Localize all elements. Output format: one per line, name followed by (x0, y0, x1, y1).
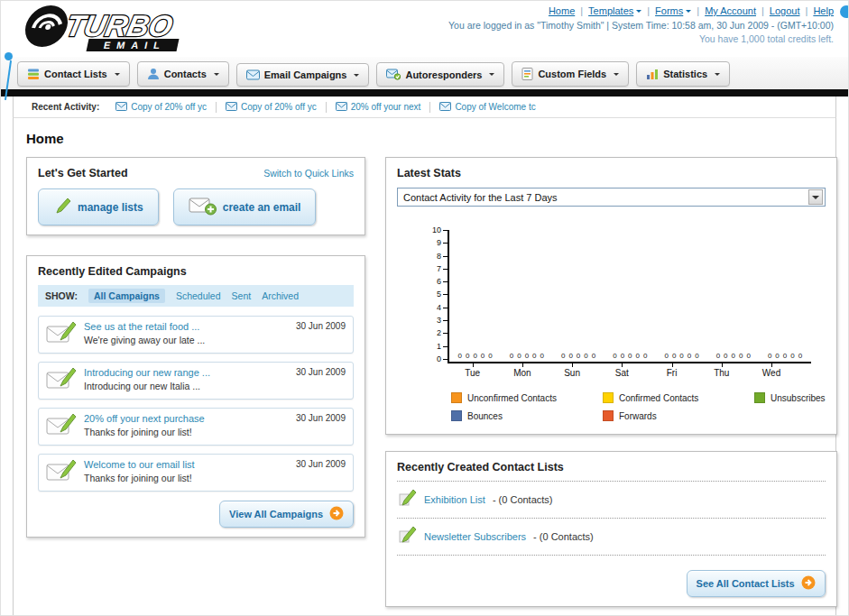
separator (697, 5, 699, 16)
bar-value-label: 0 (568, 352, 572, 360)
email-edit-icon (46, 413, 77, 440)
campaign-row[interactable]: See us at the retail food ... We're givi… (38, 316, 354, 354)
recent-activity-item[interactable]: Copy of 20% off yc (106, 102, 216, 113)
nav-custom-fields[interactable]: Custom Fields (512, 61, 629, 87)
campaign-filter-tabs: SHOW: All Campaigns Scheduled Sent Archi… (38, 285, 354, 307)
arrow-circle-icon (329, 506, 344, 522)
campaign-title-link[interactable]: See us at the retail food ... (84, 321, 289, 332)
credits-info: You have 1,000 total credits left. (448, 33, 834, 44)
link-help[interactable]: Help (813, 5, 834, 16)
legend-item: Confirmed Contacts (603, 392, 754, 403)
switch-quick-links-link[interactable]: Switch to Quick Links (263, 168, 354, 179)
nav-autoresponders[interactable]: Autoresponders (376, 62, 504, 87)
header-links: Home Templates Forms My Account Logout H… (448, 5, 834, 16)
campaign-subtitle: Thanks for joining our list! (84, 473, 289, 483)
recent-activity-item[interactable]: 20% off your next (326, 102, 430, 113)
tab-sent[interactable]: Sent (232, 290, 252, 301)
bar-value-label: 0 (636, 352, 640, 360)
show-label: SHOW: (45, 290, 78, 301)
campaign-subtitle: We're giving away our late ... (84, 335, 289, 345)
nav-contacts[interactable]: Contacts (137, 61, 229, 87)
tab-scheduled[interactable]: Scheduled (176, 290, 221, 301)
contact-list-count: - (0 Contacts) (533, 531, 594, 542)
chart-group: 00000 (501, 230, 552, 362)
separator (647, 5, 650, 16)
legend-swatch (603, 392, 614, 403)
chevron-down-icon (636, 10, 641, 15)
recent-activity-item[interactable]: Copy of 20% off yc (216, 102, 326, 113)
recent-activity-label: Recent Activity: (32, 102, 99, 112)
contact-list-link[interactable]: Exhibition List (424, 494, 485, 505)
latest-stats-title: Latest Stats (397, 167, 826, 179)
see-all-contact-lists-button[interactable]: See All Contact Lists (687, 570, 826, 597)
main-nav: Contact Lists Contacts Email Campaigns A… (1, 57, 848, 89)
link-forms[interactable]: Forms (655, 5, 691, 16)
x-axis-label: Thu (697, 363, 746, 378)
turbo-email-dashboard: TURBO EMAIL Home Templates Forms My Acco… (0, 0, 849, 616)
link-logout[interactable]: Logout (770, 5, 800, 16)
get-started-panel: Let's Get Started Switch to Quick Links … (26, 157, 365, 235)
campaign-title-link[interactable]: Introducing our new range ... (84, 367, 289, 378)
campaign-subtitle: Thanks for joining our list! (84, 427, 289, 437)
bar-value-label: 0 (628, 352, 632, 360)
campaign-row[interactable]: 20% off your next purchase Thanks for jo… (38, 408, 354, 446)
chevron-down-icon (614, 73, 619, 78)
bar-value-label: 0 (510, 352, 513, 360)
bar-value-label: 0 (775, 352, 779, 360)
custom-fields-icon (521, 68, 533, 80)
separator (761, 5, 764, 16)
legend-swatch (603, 410, 614, 421)
view-all-campaigns-button[interactable]: View All Campaigns (219, 501, 354, 528)
bar-value-label: 0 (643, 352, 647, 360)
chart-x-labels: TueMonSunSatFriThuWed (448, 363, 811, 378)
logo-text-email: EMAIL (103, 40, 168, 51)
contact-list-link[interactable]: Newsletter Subscribers (424, 531, 526, 542)
email-edit-icon (46, 367, 77, 394)
campaign-row[interactable]: Introducing our new range ... Introducin… (38, 362, 354, 400)
link-home[interactable]: Home (549, 5, 575, 16)
link-templates[interactable]: Templates (588, 5, 641, 16)
bar-value-label: 0 (724, 352, 727, 360)
y-axis-tick: 0 (426, 355, 448, 363)
email-edit-icon (46, 321, 77, 348)
campaign-title-link[interactable]: Welcome to our email list (84, 459, 289, 470)
nav-contact-lists[interactable]: Contact Lists (17, 61, 130, 87)
y-axis-tick: 6 (426, 278, 448, 286)
nav-statistics[interactable]: Statistics (636, 61, 730, 87)
activity-chart: 109876543210 000000000000000000000000000… (397, 230, 826, 378)
campaign-title-link[interactable]: 20% off your next purchase (84, 413, 289, 424)
campaign-row[interactable]: Welcome to our email list Thanks for joi… (38, 454, 354, 492)
bar-value-label: 0 (584, 352, 587, 360)
bar-value-label: 0 (525, 352, 529, 360)
tab-all-campaigns[interactable]: All Campaigns (88, 289, 165, 303)
nav-email-campaigns[interactable]: Email Campaigns (236, 63, 370, 87)
legend-item: Forwards (603, 410, 754, 421)
stats-period-select[interactable]: Contact Activity for the Last 7 Days (397, 188, 826, 207)
email-campaigns-icon (246, 69, 260, 80)
bar-value-label: 0 (561, 352, 565, 360)
create-email-button[interactable]: create an email (173, 188, 317, 225)
recent-activity-item[interactable]: Copy of Welcome tc (429, 102, 544, 113)
contact-list-row[interactable]: Newsletter Subscribers - (0 Contacts) (397, 519, 826, 556)
pencil-icon (53, 198, 71, 216)
chevron-down-icon (686, 10, 691, 15)
content-frame: Home Let's Get Started Switch to Quick L… (13, 118, 836, 616)
statistics-icon (646, 68, 659, 80)
separator (806, 5, 808, 16)
manage-lists-button[interactable]: manage lists (38, 188, 159, 225)
tab-archived[interactable]: Archived (262, 290, 299, 301)
bar-value-label: 0 (695, 352, 698, 360)
contact-list-row[interactable]: Exhibition List - (0 Contacts) (397, 482, 826, 519)
y-axis-tick: 4 (426, 304, 448, 312)
legend-swatch (451, 410, 462, 421)
decorative-dot-icon (5, 52, 13, 60)
y-axis-tick: 2 (426, 329, 448, 337)
y-axis-tick: 9 (426, 239, 448, 247)
bar-value-label: 0 (532, 352, 536, 360)
legend-item: Unsubscribes (754, 392, 826, 403)
x-axis-label: Tue (448, 363, 497, 378)
bar-value-label: 0 (457, 352, 461, 360)
arrow-circle-icon (801, 575, 816, 592)
link-my-account[interactable]: My Account (705, 5, 756, 16)
campaign-date: 30 Jun 2009 (296, 413, 346, 423)
